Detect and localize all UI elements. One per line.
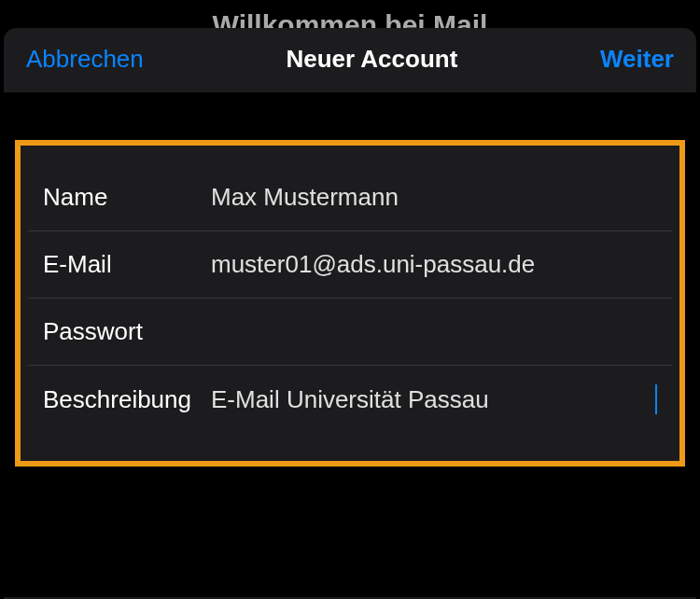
cancel-button[interactable]: Abbrechen — [26, 45, 144, 74]
modal-sheet: Abbrechen Neuer Account Weiter Name E-Ma… — [4, 28, 696, 599]
email-row[interactable]: E-Mail — [28, 231, 672, 299]
name-field[interactable] — [211, 183, 657, 212]
content-area: Name E-Mail Passwort Beschreibung E-Mail… — [4, 93, 696, 597]
password-field[interactable] — [211, 317, 657, 346]
account-form: Name E-Mail Passwort Beschreibung E-Mail… — [15, 140, 685, 467]
next-button[interactable]: Weiter — [600, 45, 674, 74]
text-cursor-icon — [655, 384, 657, 414]
name-row[interactable]: Name — [28, 164, 672, 231]
email-field[interactable] — [211, 250, 657, 279]
description-label: Beschreibung — [43, 385, 211, 414]
description-field[interactable]: E-Mail Universität Passau — [211, 385, 653, 414]
name-label: Name — [43, 183, 211, 212]
page-title: Neuer Account — [286, 45, 457, 74]
password-row[interactable]: Passwort — [28, 299, 672, 366]
navigation-bar: Abbrechen Neuer Account Weiter — [4, 28, 696, 93]
email-label: E-Mail — [43, 250, 211, 279]
description-row[interactable]: Beschreibung E-Mail Universität Passau — [28, 366, 672, 433]
password-label: Passwort — [43, 317, 211, 346]
